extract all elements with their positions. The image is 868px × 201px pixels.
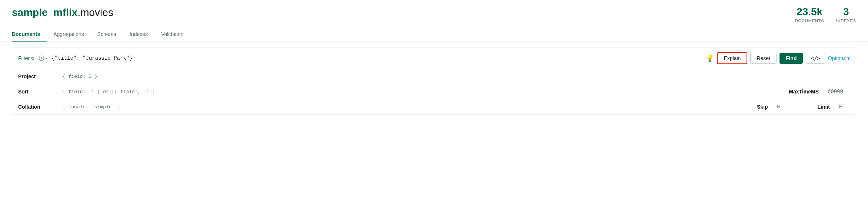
filter-input[interactable]: [51, 55, 701, 61]
collection-title: sample_mflix.movies: [12, 7, 113, 19]
limit-label: Limit: [818, 104, 830, 110]
tab-bar: Documents Aggregations Schema Indexes Va…: [0, 27, 868, 42]
options-button[interactable]: Options ▾: [828, 55, 850, 61]
toolbar-right: 💡 Explain Reset Find </> Options ▾: [706, 52, 850, 64]
tab-aggregations[interactable]: Aggregations: [47, 27, 91, 42]
documents-stat: 23.5k DOCUMENTS: [795, 7, 824, 23]
bulb-icon: 💡: [706, 54, 714, 62]
collection-name: movies: [80, 7, 113, 18]
options-chevron-icon: ▾: [847, 55, 850, 61]
field-value-sort: { field: -1 } or [['field', -1]]: [63, 89, 789, 95]
collation-extras: Skip Limit: [757, 104, 850, 110]
sort-extras: MaxTimeMS: [789, 89, 850, 95]
find-button[interactable]: Find: [779, 53, 803, 64]
filter-section: Filter ⧉ ▾ 💡 Explain Reset Find </> Opti…: [12, 47, 856, 115]
maxtimems-label: MaxTimeMS: [789, 89, 819, 95]
fields-section: Project { field: 0 } Sort { field: -1 } …: [12, 69, 856, 114]
stats-panel: 23.5k DOCUMENTS 3 INDEXES: [795, 7, 856, 23]
explain-button[interactable]: Explain: [717, 52, 747, 64]
field-value-project: { field: 0 }: [63, 74, 850, 79]
indexes-stat: 3 INDEXES: [836, 7, 856, 23]
field-label-sort: Sort: [18, 89, 63, 95]
skip-label: Skip: [757, 104, 768, 110]
field-row-collation: Collation { locale: 'simple' } Skip Limi…: [18, 99, 850, 114]
documents-count: 23.5k: [797, 7, 822, 17]
documents-label: DOCUMENTS: [795, 19, 824, 23]
clock-icon: [39, 55, 44, 61]
db-name: sample_mflix: [12, 7, 77, 18]
maxtimems-input[interactable]: [828, 89, 850, 95]
tab-indexes[interactable]: Indexes: [123, 27, 154, 42]
limit-input[interactable]: [839, 104, 850, 110]
field-label-project: Project: [18, 73, 63, 79]
field-row-project: Project { field: 0 }: [18, 69, 850, 84]
tab-validation[interactable]: Validation: [154, 27, 190, 42]
filter-row: Filter ⧉ ▾ 💡 Explain Reset Find </> Opti…: [12, 48, 856, 69]
history-button[interactable]: ▾: [39, 55, 47, 61]
tab-schema[interactable]: Schema: [91, 27, 123, 42]
skip-input[interactable]: [777, 104, 788, 110]
tab-documents[interactable]: Documents: [12, 27, 47, 42]
field-value-collation: { locale: 'simple' }: [63, 104, 757, 110]
external-link-icon: ⧉: [31, 56, 34, 61]
reset-button[interactable]: Reset: [750, 53, 777, 64]
filter-label[interactable]: Filter ⧉: [18, 55, 34, 61]
chevron-down-icon: ▾: [45, 56, 47, 60]
field-label-collation: Collation: [18, 104, 63, 110]
indexes-label: INDEXES: [836, 19, 856, 23]
code-button[interactable]: </>: [806, 53, 825, 64]
indexes-count: 3: [843, 7, 849, 17]
field-row-sort: Sort { field: -1 } or [['field', -1]] Ma…: [18, 84, 850, 99]
top-bar: sample_mflix.movies 23.5k DOCUMENTS 3 IN…: [0, 0, 868, 23]
